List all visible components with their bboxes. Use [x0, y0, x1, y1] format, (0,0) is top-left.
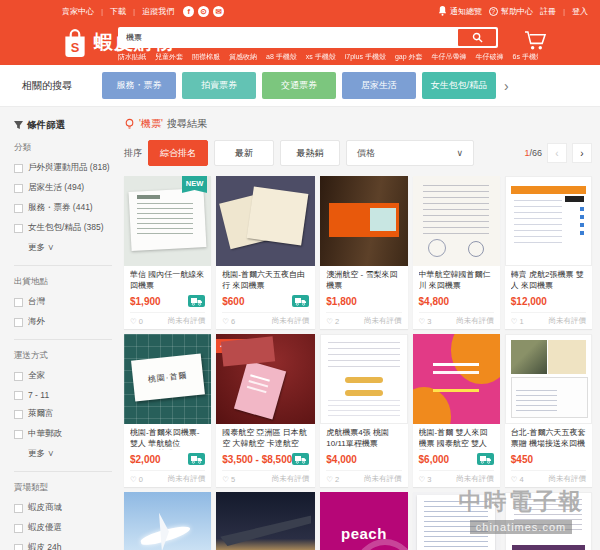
product-card[interactable]: 桃園-首爾 雙人來回機票 國泰航空 雙人機票 2$6,000♡ 3尚未有評價	[413, 334, 500, 487]
product-card-body: 轉賣 虎航2張機票 雙人 來回機票$12,000♡ 1尚未有評價	[505, 266, 592, 329]
hot-keyword[interactable]: i7plus 手機殼	[345, 52, 386, 62]
product-likes[interactable]: ♡ 2	[326, 475, 339, 484]
line-icon[interactable]: ✉	[213, 6, 224, 17]
related-category-button[interactable]: 拍賣票券	[182, 72, 256, 99]
filter-checkbox-row[interactable]: 蝦皮 24h	[14, 542, 112, 550]
checkbox[interactable]	[14, 504, 23, 513]
checkbox[interactable]	[14, 544, 23, 550]
cart-button[interactable]	[524, 30, 547, 55]
checkbox[interactable]	[14, 430, 23, 439]
price-sort-dropdown[interactable]: 價格 ∨	[346, 140, 474, 166]
product-likes[interactable]: ♡ 2	[326, 317, 339, 326]
hot-keyword[interactable]: a8 手機殼	[266, 52, 297, 62]
filter-option-label: 台灣	[28, 296, 45, 308]
facebook-icon[interactable]: f	[183, 6, 194, 17]
product-price: $4,000	[326, 454, 357, 465]
filter-checkbox-row[interactable]: 服務・票券 (441)	[14, 202, 112, 214]
sort-option-button[interactable]: 最熱銷	[280, 140, 340, 166]
free-shipping-truck-icon	[292, 451, 309, 469]
product-card[interactable]: NEW華信 國內任一航線來回機票$1,900♡ 0尚未有評價	[124, 176, 211, 329]
filter-checkbox-row[interactable]: 台灣	[14, 296, 112, 308]
hot-keyword[interactable]: gap 外套	[395, 52, 423, 62]
product-card[interactable]: peach	[320, 492, 407, 550]
filter-checkbox-row[interactable]: 萊爾富	[14, 408, 112, 420]
lightbulb-icon	[124, 118, 135, 130]
hot-keyword[interactable]: xs 手機殼	[306, 52, 336, 62]
filter-checkbox-row[interactable]: 戶外與運動用品 (818)	[14, 162, 112, 174]
checkbox[interactable]	[14, 410, 23, 419]
filter-title: 條件篩選	[27, 119, 65, 132]
filter-checkbox-row[interactable]: 海外	[14, 316, 112, 328]
filter-checkbox-row[interactable]: 蝦皮優選	[14, 522, 112, 534]
filter-checkbox-row[interactable]: 女生包包/精品 (385)	[14, 222, 112, 234]
topbar-link[interactable]: 追蹤我們	[142, 6, 174, 17]
checkbox[interactable]	[14, 164, 23, 173]
product-card[interactable]: 桃園·首爾桃園-首爾來回機票-雙人 華航艙位 StudioA搶購$2,000♡ …	[124, 334, 211, 487]
checkbox[interactable]	[14, 204, 23, 213]
hot-keyword[interactable]: 牛仔吊帶褲	[432, 52, 467, 62]
product-likes[interactable]: ♡ 5	[222, 475, 235, 484]
notifications-link[interactable]: 通知總覽	[438, 6, 482, 17]
filter-checkbox-row[interactable]: 蝦皮商城	[14, 502, 112, 514]
product-likes[interactable]: ♡ 3	[419, 475, 432, 484]
show-more-link[interactable]: 更多 ∨	[28, 242, 112, 254]
product-card[interactable]	[216, 492, 315, 550]
product-card[interactable]	[413, 492, 500, 550]
product-card[interactable]: 虎航機票4張 桃園 10/11單程機票$4,000♡ 2尚未有評價	[320, 334, 407, 487]
login-link[interactable]: 登入	[572, 6, 588, 17]
product-card[interactable]: 台北-首爾六天五夜套票贈 機場接送來回機票$450♡ 4尚未有評價	[505, 334, 592, 487]
product-likes[interactable]: ♡ 3	[419, 317, 432, 326]
filter-option-label: 中華郵政	[28, 428, 62, 440]
checkbox[interactable]	[14, 224, 23, 233]
hot-keyword[interactable]: 兒童外套	[155, 52, 183, 62]
search-bar	[118, 27, 498, 48]
filter-checkbox-row[interactable]: 中華郵政	[14, 428, 112, 440]
filter-section-label: 賣場類型	[14, 482, 112, 494]
chevron-right-icon[interactable]: ›	[504, 79, 509, 93]
show-more-link[interactable]: 更多 ∨	[28, 448, 112, 460]
related-category-button[interactable]: 交通票券	[262, 72, 336, 99]
sort-option-button[interactable]: 綜合排名	[148, 140, 208, 166]
topbar-link[interactable]: 下載	[110, 6, 126, 17]
checkbox[interactable]	[14, 298, 23, 307]
product-likes[interactable]: ♡ 0	[130, 317, 143, 326]
product-card[interactable]: 澳洲航空 - 雪梨來回機票$1,800♡ 2尚未有評價	[320, 176, 407, 329]
product-card[interactable]: 桃園-首爾六天五夜自由行 來回機票$600♡ 6尚未有評價	[216, 176, 315, 329]
product-likes[interactable]: ♡ 6	[222, 317, 235, 326]
product-card[interactable]: 中華航空韓國首爾仁川 來回機票$4,800♡ 3尚未有評價	[413, 176, 500, 329]
topbar-link[interactable]: 賣家中心	[62, 6, 94, 17]
product-card[interactable]: ✓嚴選賣家國泰航空 亞洲區 日本航空 大韓航空 卡達航空$3,500 - $8,…	[216, 334, 315, 487]
hot-keyword[interactable]: 開襟棉服	[192, 52, 220, 62]
related-category-button[interactable]: 服務・票券	[102, 72, 176, 99]
product-card[interactable]	[505, 492, 592, 550]
filter-checkbox-row[interactable]: 全家	[14, 370, 112, 382]
related-category-button[interactable]: 居家生活	[342, 72, 416, 99]
product-card[interactable]	[124, 492, 211, 550]
filter-checkbox-row[interactable]: 居家生活 (494)	[14, 182, 112, 194]
related-category-button[interactable]: 女生包包/精品	[422, 72, 496, 99]
product-price: $6,000	[419, 454, 450, 465]
search-input[interactable]	[126, 33, 458, 42]
hot-keyword[interactable]: 牛仔破褲	[476, 52, 504, 62]
product-card[interactable]: 轉賣 虎航2張機票 雙人 來回機票$12,000♡ 1尚未有評價	[505, 176, 592, 329]
checkbox[interactable]	[14, 391, 23, 400]
sort-option-button[interactable]: 最新	[214, 140, 274, 166]
checkbox[interactable]	[14, 372, 23, 381]
signup-link[interactable]: 註冊	[540, 6, 556, 17]
product-price: $4,800	[419, 296, 450, 307]
search-button[interactable]	[458, 29, 496, 46]
product-card-footer: ♡ 0尚未有評價	[130, 470, 205, 484]
instagram-icon[interactable]: ⊙	[198, 6, 209, 17]
checkbox[interactable]	[14, 318, 23, 327]
hot-keyword[interactable]: 防水貼紙	[118, 52, 146, 62]
checkbox[interactable]	[14, 184, 23, 193]
product-likes[interactable]: ♡ 0	[130, 475, 143, 484]
help-link[interactable]: ? 幫助中心	[489, 6, 533, 17]
filter-checkbox-row[interactable]: 7 - 11	[14, 390, 112, 400]
checkbox[interactable]	[14, 524, 23, 533]
product-likes[interactable]: ♡ 4	[511, 475, 524, 484]
prev-page-button[interactable]: ‹	[547, 143, 567, 163]
next-page-button[interactable]: ›	[572, 143, 592, 163]
product-likes[interactable]: ♡ 1	[511, 317, 524, 326]
hot-keyword[interactable]: 質感收納	[229, 52, 257, 62]
